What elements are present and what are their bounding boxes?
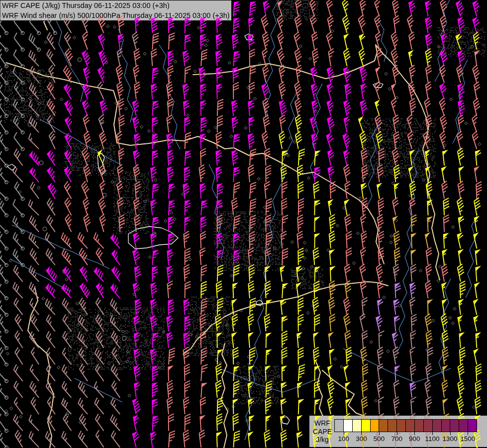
colorbar-tick <box>432 432 433 435</box>
colorbar-cell <box>335 420 344 432</box>
legend-label-param: CAPE <box>310 428 334 436</box>
colorbar-cell <box>468 420 477 432</box>
colorbar-cell <box>415 420 424 432</box>
colorbar-cell <box>371 420 380 432</box>
colorbar-cell <box>459 420 468 432</box>
colorbar-cell <box>442 420 451 432</box>
colorbar-cell <box>353 420 362 432</box>
colorbar-cell <box>344 420 353 432</box>
colorbar-tick <box>450 432 451 435</box>
colorbar-cell <box>424 420 433 432</box>
colorbar-tick <box>397 432 397 435</box>
colorbar-tick <box>344 432 344 435</box>
legend-label-model: WRF <box>310 419 334 428</box>
colorbar-tick <box>468 432 468 435</box>
weather-map-screenshot: WRF CAPE (J/kg) Thursday 06-11-2025 03:0… <box>0 0 487 448</box>
legend-label-unit: J/kg <box>310 436 334 444</box>
map-canvas <box>0 0 487 448</box>
title-line-cape: WRF CAPE (J/kg) Thursday 06-11-2025 03:0… <box>2 1 232 11</box>
cape-colorbar <box>334 419 477 432</box>
colorbar-cell <box>397 420 406 432</box>
legend-unit-label: WRF CAPE J/kg <box>310 419 334 444</box>
colorbar-tick <box>361 432 362 435</box>
colorbar-cell <box>433 420 442 432</box>
colorbar-cell <box>379 420 388 432</box>
colorbar-cell <box>388 420 397 432</box>
colorbar-cell <box>362 420 371 432</box>
map-title-bar: WRF CAPE (J/kg) Thursday 06-11-2025 03:0… <box>0 0 232 21</box>
colorbar-cell <box>406 420 415 432</box>
title-line-shear: WRF Wind shear (m/s) 500/1000hPa Thursda… <box>2 11 232 21</box>
colorbar-cell <box>450 420 459 432</box>
colorbar-tick-label: 1500 <box>457 435 479 443</box>
colorbar-tick <box>414 432 415 435</box>
cape-legend: WRF CAPE J/kg 10030050070090011001300150… <box>309 416 487 447</box>
colorbar-tick <box>379 432 380 435</box>
